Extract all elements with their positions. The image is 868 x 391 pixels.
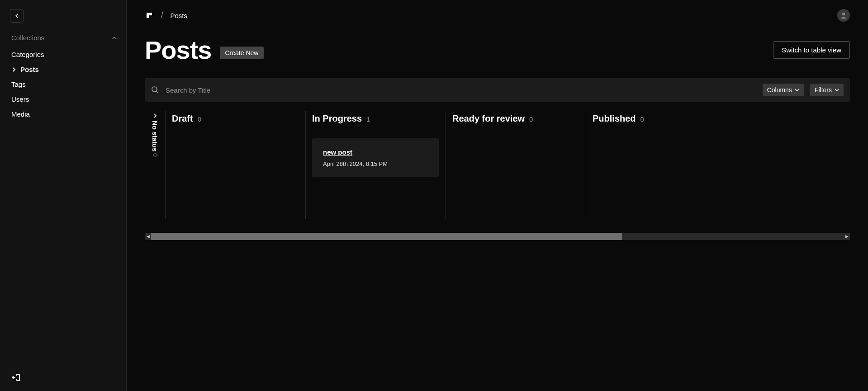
column-published: Published 0 xyxy=(586,111,726,219)
columns-button[interactable]: Columns xyxy=(763,84,804,96)
main-content: / Posts Posts Create New Switch to table… xyxy=(127,0,868,391)
svg-point-1 xyxy=(152,87,157,92)
columns-button-label: Columns xyxy=(767,86,792,94)
filters-button-label: Filters xyxy=(815,86,832,94)
svg-line-2 xyxy=(157,91,158,93)
column-title: No status xyxy=(151,121,159,151)
create-new-button[interactable]: Create New xyxy=(220,47,264,59)
logout-icon xyxy=(11,373,20,382)
scroll-track[interactable] xyxy=(151,233,844,240)
column-count: 1 xyxy=(366,115,370,123)
sidebar-section-collections[interactable]: Collections xyxy=(0,34,126,47)
chevron-right-icon xyxy=(153,113,157,118)
card-title: new post xyxy=(323,148,428,156)
topbar: / Posts xyxy=(127,0,868,22)
column-ready-for-review: Ready for review 0 xyxy=(446,111,586,219)
breadcrumb-separator: / xyxy=(161,11,163,19)
chevron-right-icon xyxy=(11,67,17,72)
search-input[interactable] xyxy=(166,86,756,94)
scroll-right-arrow[interactable]: ▶ xyxy=(844,233,850,240)
sidebar-item-users[interactable]: Users xyxy=(0,92,126,107)
kanban-board: No status 0 Draft 0 In Progress 1 new po… xyxy=(145,111,850,219)
column-title: Draft xyxy=(172,113,193,124)
logout-button[interactable] xyxy=(11,373,20,382)
chevron-down-icon xyxy=(795,89,799,92)
column-count: 0 xyxy=(640,115,644,123)
column-draft: Draft 0 xyxy=(165,111,305,219)
svg-point-0 xyxy=(842,13,845,15)
scroll-thumb[interactable] xyxy=(151,233,622,240)
board-card[interactable]: new post April 28th 2024, 8:15 PM xyxy=(312,138,439,177)
sidebar-item-label: Categories xyxy=(11,51,44,58)
column-count: 0 xyxy=(529,115,533,123)
search-icon xyxy=(151,86,159,94)
column-title: Published xyxy=(593,113,636,124)
user-icon xyxy=(840,12,847,19)
brand-icon[interactable] xyxy=(145,11,154,20)
page-title: Posts xyxy=(145,35,212,65)
column-title: In Progress xyxy=(312,113,362,124)
breadcrumb-current[interactable]: Posts xyxy=(170,12,187,19)
sidebar-item-categories[interactable]: Categories xyxy=(0,47,126,62)
sidebar-item-posts[interactable]: Posts xyxy=(0,62,126,77)
chevron-down-icon xyxy=(835,89,839,92)
column-title: Ready for review xyxy=(452,113,525,124)
column-count: 0 xyxy=(198,115,201,123)
scroll-left-arrow[interactable]: ◀ xyxy=(145,233,151,240)
page-header: Posts Create New Switch to table view xyxy=(127,22,868,65)
sidebar-item-media[interactable]: Media xyxy=(0,107,126,122)
sidebar: Collections Categories Posts Tags Users … xyxy=(0,0,127,391)
horizontal-scrollbar[interactable]: ◀ ▶ xyxy=(145,233,850,240)
sidebar-item-label: Users xyxy=(11,95,29,103)
sidebar-section-label: Collections xyxy=(11,34,44,42)
switch-view-button[interactable]: Switch to table view xyxy=(773,41,850,59)
sidebar-item-label: Tags xyxy=(11,80,26,88)
chevron-up-icon xyxy=(112,36,117,40)
card-subtitle: April 28th 2024, 8:15 PM xyxy=(323,160,428,167)
column-count: 0 xyxy=(152,153,159,157)
filters-button[interactable]: Filters xyxy=(810,84,844,96)
sidebar-item-tags[interactable]: Tags xyxy=(0,77,126,92)
sidebar-collapse-button[interactable] xyxy=(10,9,24,23)
chevron-left-icon xyxy=(15,14,19,18)
column-no-status[interactable]: No status 0 xyxy=(145,111,165,219)
sidebar-item-label: Media xyxy=(11,110,30,118)
sidebar-item-label: Posts xyxy=(20,66,39,73)
search-bar: Columns Filters xyxy=(145,78,850,102)
column-in-progress: In Progress 1 new post April 28th 2024, … xyxy=(305,111,446,219)
user-avatar[interactable] xyxy=(837,9,850,22)
